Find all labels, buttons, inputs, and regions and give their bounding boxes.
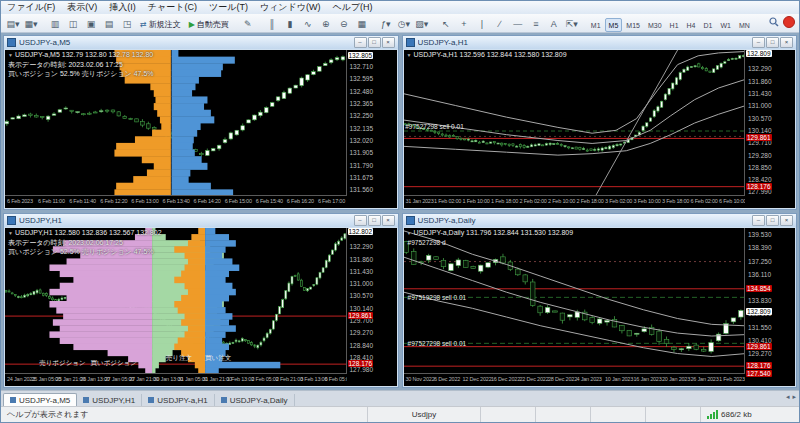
time-axis[interactable]: 24 Jan 202325 Jan 05:0025 Jan 21:0026 Ja… — [5, 373, 347, 386]
indicators-button[interactable]: ƒ▾ — [377, 17, 395, 33]
chart-pane[interactable]: ▼USDJPY-a,Daily 131.796 132.844 131.530 … — [404, 228, 746, 374]
market-watch-button[interactable]: ▥ — [46, 17, 64, 33]
time-axis[interactable]: 30 Nov 20226 Dec 202212 Dec 202216 Dec 2… — [404, 373, 746, 386]
chart-window-title-bar[interactable]: USDJPY-a,H1 –□× — [403, 36, 797, 49]
time-tick-label: 6 Feb 05:00 — [325, 376, 347, 382]
new-chart-button[interactable]: ▤▾ — [4, 17, 22, 33]
price-tick-label: 131.860 — [350, 256, 374, 263]
tab-scroll-left-icon[interactable]: ◂ — [786, 393, 790, 401]
quick-trade-dropdown-icon[interactable]: ▼ — [407, 52, 412, 58]
chart-tab-2[interactable]: USDJPY-a,H1 — [142, 394, 214, 406]
autotrading-icon: ▶ — [189, 20, 195, 29]
price-axis[interactable]: 132.290131.860131.430131.000130.570130.1… — [346, 228, 397, 374]
timeframe-button-h1[interactable]: H1 — [666, 18, 683, 32]
cursor-button[interactable]: ↖ — [437, 17, 455, 33]
chart-window-title-bar[interactable]: USDJPY,H1 –□× — [4, 214, 398, 227]
vertical-line-icon: | — [481, 20, 483, 29]
time-axis[interactable]: 6 Feb 20236 Feb 11:006 Feb 11:406 Feb 12… — [5, 195, 347, 208]
strategy-tester-icon: ◳ — [123, 20, 132, 29]
timeframe-button-h4[interactable]: H4 — [683, 18, 700, 32]
horizontal-line-button[interactable]: — — [509, 17, 527, 33]
tile-windows-button[interactable]: ▦ — [353, 17, 371, 33]
quick-trade-dropdown-icon[interactable]: ▼ — [8, 230, 13, 236]
profiles-icon: ▦▾ — [24, 20, 37, 29]
chart-body[interactable]: ▼USDJPY-a,M5 132.79 132.80 132.78 132.80… — [5, 50, 397, 208]
menu-item-5[interactable]: ウィンドウ(W) — [260, 1, 321, 14]
crosshair-button[interactable]: + — [455, 17, 473, 33]
data-window-button[interactable]: ◫ — [64, 17, 82, 33]
line-chart-button[interactable]: ∿ — [299, 17, 317, 33]
candlestick-chart-button[interactable]: ▮ — [281, 17, 299, 33]
tab-scroll-right-icon[interactable]: ▸ — [792, 393, 796, 401]
time-axis[interactable]: 31 Jan 20231 Feb 02:001 Feb 10:001 Feb 1… — [404, 195, 746, 208]
chart-pane[interactable]: ▼USDJPY-a,M5 132.79 132.80 132.78 132.80… — [5, 50, 347, 196]
zoom-in-button[interactable]: ⊕ — [317, 17, 335, 33]
timeframe-button-w1[interactable]: W1 — [716, 18, 735, 32]
quick-trade-dropdown-icon[interactable]: ▼ — [8, 52, 13, 58]
chart-body[interactable]: ▼USDJPY-a,Daily 131.796 132.844 131.530 … — [404, 228, 796, 386]
templates-button[interactable]: ▨▾ — [413, 17, 431, 33]
price-tick-label: 130.140 — [748, 127, 772, 134]
chart-tab-3[interactable]: USDJPY-a,Daily — [215, 394, 295, 406]
menu-item-1[interactable]: 表示(V) — [67, 1, 97, 14]
timeframe-button-m30[interactable]: M30 — [644, 18, 666, 32]
restore-button[interactable]: □ — [766, 215, 779, 226]
price-tick-label: 131.905 — [350, 149, 374, 156]
timeframe-button-mn[interactable]: MN — [735, 18, 754, 32]
bar-chart-button[interactable]: ║ — [263, 17, 281, 33]
chart-body[interactable]: ▼USDJPY,H1 132.580 132.836 132.567 132.8… — [5, 228, 397, 386]
restore-button[interactable]: □ — [766, 37, 779, 48]
status-help-text: ヘルプが表示されます — [1, 407, 368, 422]
minimize-button[interactable]: – — [752, 215, 765, 226]
metaeditor-button[interactable]: ✎ — [239, 17, 257, 33]
chart-body[interactable]: ▼USDJPY-a,H1 132.596 132.844 132.580 132… — [404, 50, 796, 208]
time-tick-label: 3 Feb 13:00 — [300, 376, 327, 382]
terminal-button[interactable]: ▤ — [100, 17, 118, 33]
menu-item-2[interactable]: 挿入(I) — [109, 1, 136, 14]
strategy-tester-button[interactable]: ◳ — [118, 17, 136, 33]
search-icon[interactable] — [769, 17, 779, 27]
menu-item-6[interactable]: ヘルプ(H) — [332, 1, 372, 14]
arrows-button[interactable]: ⇱▾ — [563, 17, 581, 33]
menu-item-0[interactable]: ファイル(F) — [7, 1, 55, 14]
connection-signal-icon — [707, 410, 718, 419]
new-order-button[interactable]: ⇄新規注文 — [136, 17, 185, 33]
close-button[interactable]: × — [780, 215, 793, 226]
restore-button[interactable]: □ — [368, 37, 381, 48]
text-label-button[interactable]: A — [545, 17, 563, 33]
menu-item-3[interactable]: チャート(C) — [148, 1, 197, 14]
minimize-button[interactable]: – — [354, 37, 367, 48]
autotrading-button[interactable]: ▶自動売買 — [185, 17, 233, 33]
chart-window-title-bar[interactable]: USDJPY-a,M5 –□× — [4, 36, 398, 49]
zoom-out-button[interactable]: ⊖ — [335, 17, 353, 33]
quick-trade-dropdown-icon[interactable]: ▼ — [407, 230, 412, 236]
price-axis[interactable]: 139.530138.390137.250136.110134.970133.8… — [744, 228, 795, 374]
price-axis[interactable]: 132.710132.595132.480132.365132.250132.1… — [346, 50, 397, 196]
restore-button[interactable]: □ — [368, 215, 381, 226]
chart-pane[interactable]: ▼USDJPY,H1 132.580 132.836 132.567 132.8… — [5, 228, 347, 374]
fibonacci-button[interactable]: ≡ — [527, 17, 545, 33]
timeframe-button-m1[interactable]: M1 — [587, 18, 605, 32]
minimize-button[interactable]: – — [354, 215, 367, 226]
chart-overlay-line: 買いポジション 52.5% 売りポジション 47.5% — [8, 69, 154, 79]
menu-item-4[interactable]: ツール(T) — [209, 1, 248, 14]
periods-button[interactable]: ◷▾ — [395, 17, 413, 33]
close-button[interactable]: × — [382, 37, 395, 48]
price-axis[interactable]: 132.290131.860131.430131.000130.570130.1… — [744, 50, 795, 196]
chart-window-title-bar[interactable]: USDJPY-a,Daily –□× — [403, 214, 797, 227]
chart-tab-0[interactable]: USDJPY-a,M5 — [3, 393, 77, 406]
timeframe-button-m5[interactable]: M5 — [605, 18, 623, 32]
close-button[interactable]: × — [382, 215, 395, 226]
chart-pane[interactable]: ▼USDJPY-a,H1 132.596 132.844 132.580 132… — [404, 50, 746, 196]
close-button[interactable]: × — [780, 37, 793, 48]
navigator-button[interactable]: ▣ — [82, 17, 100, 33]
notification-badge-icon[interactable] — [783, 16, 795, 28]
text-label-icon: A — [551, 20, 557, 29]
trendline-button[interactable]: ∕ — [491, 17, 509, 33]
chart-tab-1[interactable]: USDJPY,H1 — [77, 394, 142, 406]
timeframe-button-d1[interactable]: D1 — [699, 18, 716, 32]
timeframe-button-m15[interactable]: M15 — [622, 18, 644, 32]
profiles-button[interactable]: ▦▾ — [22, 17, 40, 33]
vertical-line-button[interactable]: | — [473, 17, 491, 33]
minimize-button[interactable]: – — [752, 37, 765, 48]
